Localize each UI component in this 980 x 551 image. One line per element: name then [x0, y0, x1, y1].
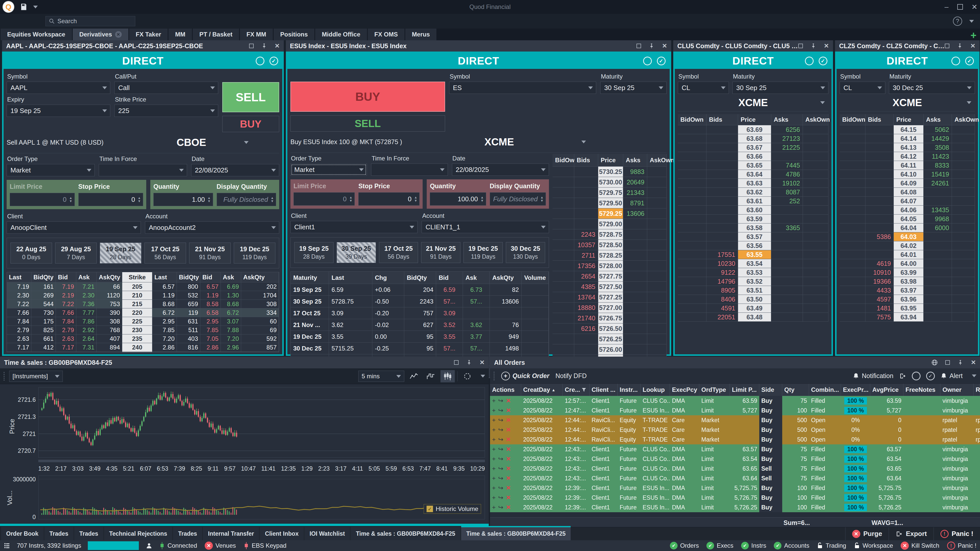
ladder-row-5729.00[interactable]: 5729.00: [552, 219, 667, 229]
maturity-col-volume[interactable]: Volume: [522, 272, 549, 284]
strike-select[interactable]: 225: [115, 105, 218, 117]
workspace-tab-positions[interactable]: Positions: [274, 29, 314, 40]
candlestick-chart-icon[interactable]: [441, 370, 455, 383]
refresh-icon[interactable]: [643, 57, 652, 65]
ladder-row-63.48[interactable]: 2205163.48: [678, 313, 829, 322]
stop-price-input[interactable]: 0▲▼: [78, 193, 143, 206]
ladder-row-5729.25[interactable]: 5729.2513606: [552, 208, 667, 219]
ladder-row-63.52[interactable]: 1479663.52: [678, 277, 829, 286]
ladder-row-63.56[interactable]: 63.56: [678, 241, 829, 250]
maturity-select[interactable]: 30 Sep 25: [732, 82, 829, 94]
order-row[interactable]: +↪✕2025/08/2212:47:...Client1FutureESU5 …: [490, 406, 980, 415]
ladder-row-5727.25[interactable]: 137645727.25: [552, 292, 667, 303]
chain-col-bidqty[interactable]: BidQty: [177, 272, 200, 283]
user-icon[interactable]: [145, 542, 153, 549]
alert-caret-icon[interactable]: [972, 375, 977, 377]
reply-icon[interactable]: ↪: [498, 397, 503, 404]
reply-icon[interactable]: ↪: [498, 426, 503, 433]
historic-volume-checkbox[interactable]: ✓ Historic Volume: [424, 504, 481, 514]
orders-col-limit-p-[interactable]: Limit P...: [730, 384, 759, 396]
quantity-input[interactable]: 1.00▲▼: [153, 193, 213, 206]
ladder-row-5729.50[interactable]: 5729.508791: [552, 198, 667, 208]
help-icon[interactable]: ?: [953, 17, 962, 26]
tif-select[interactable]: [371, 164, 448, 176]
ladder-row-64.09[interactable]: 64.0924261: [840, 179, 975, 188]
close-icon[interactable]: ✕: [971, 359, 976, 366]
restore-icon[interactable]: [945, 44, 950, 48]
pin-icon[interactable]: [811, 43, 816, 49]
account-select[interactable]: CLIENT1_1: [422, 221, 549, 233]
close-icon[interactable]: ✕: [479, 359, 485, 366]
help-caret-icon[interactable]: [969, 20, 974, 23]
instrument-list-icon[interactable]: [3, 542, 10, 549]
chain-col-last[interactable]: Last: [152, 272, 177, 283]
ladder-row-63.57[interactable]: 63.57: [678, 232, 829, 241]
maturity-row-19-sep-25[interactable]: 19 Sep 256.59+0.062046.596.7382: [291, 284, 549, 295]
ladder-row-5728.75[interactable]: 22435728.75: [552, 229, 667, 240]
ladder-row-63.50[interactable]: 840663.50: [678, 295, 829, 304]
alert-button[interactable]: Alert: [940, 372, 963, 380]
chart-area[interactable]: Price 2721.62721.327212720.7 1:322:173:0…: [0, 384, 489, 526]
date-select[interactable]: 22/08/2025: [191, 164, 279, 176]
chain-row-225[interactable]: 7.841757.847.863082252.956312.953.0760: [7, 317, 279, 326]
chain-col-askqty[interactable]: AskQty: [97, 272, 122, 283]
ladder-row-5727.00[interactable]: 188805727.00: [552, 303, 667, 313]
drag-handle[interactable]: [3, 372, 5, 381]
maturity-button-30-sep-25[interactable]: 30 Sep 2539 Days: [337, 242, 376, 263]
buy-button[interactable]: BUY: [222, 116, 279, 132]
order-row[interactable]: +↪✕2025/08/2212:44:...RaviCli...EquityT-…: [490, 425, 980, 435]
ladder-col-bidown[interactable]: BidOwn: [840, 114, 865, 125]
symbol-select[interactable]: AAPL: [6, 82, 110, 94]
sell-button[interactable]: SELL: [222, 82, 279, 112]
bottom-tab-order-book[interactable]: Order Book: [1, 527, 44, 540]
maturity-row-19-dec-25[interactable]: 19 Dec 253.550.00953.553.77949: [291, 331, 549, 343]
ladder-row-64.10[interactable]: 64.1015419: [840, 170, 975, 179]
status-orders[interactable]: ✔Orders: [670, 542, 699, 549]
cancel-order-icon[interactable]: ✕: [506, 494, 511, 501]
ladder-row-64.13[interactable]: 64.133508: [840, 143, 975, 152]
panel-titlebar[interactable]: ESU5 Index - ESU5 Index - ESU5 Index ✕: [286, 40, 671, 52]
ladder-row-63.67[interactable]: 63.6721225: [678, 143, 829, 152]
chain-row-240[interactable]: 7.174127.177.318942402.868162.862.96857: [7, 343, 279, 352]
ladder-row-64.03[interactable]: 538664.03: [840, 232, 975, 241]
maturity-row-30-sep-25[interactable]: 30 Sep 255728.75-0.50224357...57...13606: [291, 295, 549, 307]
restore-icon[interactable]: [454, 360, 458, 365]
export-button[interactable]: Export: [889, 527, 933, 540]
panel-titlebar[interactable]: All Orders ✕: [490, 357, 980, 368]
workspace-tab-fx-oms[interactable]: FX OMS: [368, 29, 404, 40]
close-icon[interactable]: ✕: [275, 42, 280, 49]
ladder-row-63.97[interactable]: 443363.97: [840, 286, 975, 295]
orders-col-qty[interactable]: Qty: [782, 384, 809, 396]
chain-col-askqty[interactable]: AskQty: [241, 272, 279, 283]
status-accounts[interactable]: ✔Accounts: [774, 542, 809, 549]
cancel-order-icon[interactable]: ✕: [506, 426, 511, 433]
ladder-col-bidown[interactable]: BidOwn: [678, 114, 706, 125]
ladder-row-5728.25[interactable]: 27115728.25: [552, 250, 667, 261]
add-workspace-button[interactable]: +: [970, 30, 977, 40]
maturity-col-chg[interactable]: Chg: [372, 272, 404, 284]
ladder-row-5727.50[interactable]: 43855727.50: [552, 282, 667, 292]
ladder-row-63.68[interactable]: 63.6827123: [678, 134, 829, 143]
bottom-tab-trades[interactable]: Trades: [74, 527, 103, 540]
reply-icon[interactable]: ↪: [498, 484, 503, 492]
search-input[interactable]: Search: [45, 16, 135, 26]
pin-icon[interactable]: [466, 360, 472, 365]
restore-icon[interactable]: [945, 360, 950, 365]
chain-row-210[interactable]: 2.302692.192.3011202101.195321.191.30170…: [7, 291, 279, 300]
maximize-button[interactable]: [957, 4, 963, 10]
status-venues[interactable]: ✕Venues: [205, 541, 236, 550]
purge-button[interactable]: ✕Purge: [845, 527, 889, 540]
ladder-row-63.54[interactable]: 1023063.54: [678, 259, 829, 268]
ladder-row-5729.75[interactable]: 5729.7521343: [552, 187, 667, 198]
ladder-row-5726.50[interactable]: 62165726.50: [552, 324, 667, 334]
cancel-order-icon[interactable]: ✕: [506, 475, 511, 482]
ladder-row-64.15[interactable]: 64.155062: [840, 125, 975, 134]
close-tab-icon[interactable]: ✕: [115, 31, 122, 38]
symbol-select[interactable]: CL: [840, 82, 885, 94]
quantity-input[interactable]: 100.00▲▼: [430, 192, 486, 206]
cancel-order-icon[interactable]: ✕: [506, 446, 511, 453]
workspace-tab-derivatives[interactable]: Derivatives✕: [73, 29, 128, 40]
ladder-col-asks[interactable]: Asks: [623, 154, 647, 167]
limit-price-input[interactable]: 0▲▼: [293, 192, 355, 206]
buy-button[interactable]: BUY: [290, 82, 445, 112]
